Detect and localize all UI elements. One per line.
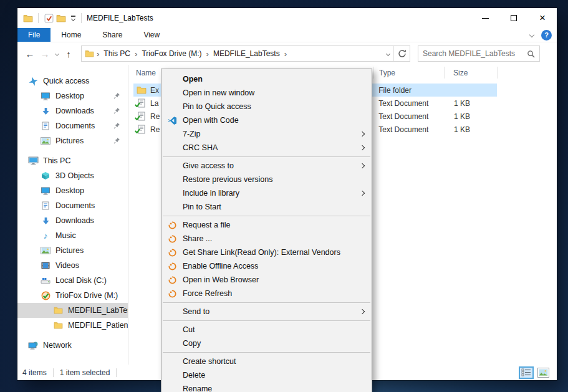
tab-view[interactable]: View [133,28,170,42]
hard-drive-icon [40,277,51,284]
menu-item-pin-to-quick-access[interactable]: Pin to Quick access [161,100,372,113]
refresh-icon[interactable] [398,49,407,58]
menu-item-open-in-web-browser[interactable]: Open in Web Browser [161,273,372,287]
menu-item-open-in-new-window[interactable]: Open in new window [161,86,372,100]
sidebar-item-medfile-patientinfo[interactable]: MEDFILE_PatientInfo [17,318,128,333]
submenu-arrow-icon [360,163,365,168]
menu-item-force-refresh[interactable]: Force Refresh [161,287,372,300]
pictures-icon [40,137,51,145]
address-dropdown-icon[interactable] [386,51,390,55]
submenu-arrow-icon [360,145,365,150]
sidebar-item-documents[interactable]: Documents [17,198,128,213]
breadcrumb-this-pc[interactable]: This PC [100,49,133,58]
menu-item-copy[interactable]: Copy [161,337,372,350]
pin-icon [113,107,120,116]
videos-icon [40,262,51,269]
large-icons-view-button[interactable] [537,368,549,378]
maximize-button[interactable] [499,8,528,28]
menu-item-give-access-to[interactable]: Give access to [161,159,372,173]
menu-item-open-with-code[interactable]: Open with Code [161,113,372,127]
sidebar-item-downloads[interactable]: Downloads [17,213,128,228]
menu-item-pin-to-start[interactable]: Pin to Start [161,200,372,214]
column-header-type[interactable]: Type [374,67,445,79]
sidebar-item-videos[interactable]: Videos [17,258,128,273]
sidebar-item-music[interactable]: ♪ Music [17,228,128,243]
sidebar-item-quick-access[interactable]: Quick access [17,74,128,88]
sidebar-item-triofox-drive[interactable]: TrioFox Drive (M:) [17,288,128,303]
divider [393,46,394,61]
menu-item-share[interactable]: Share ... [161,232,372,246]
file-size: 1 KB [444,99,497,108]
minimize-button[interactable] [471,8,499,28]
address-folder-icon [85,50,94,57]
menu-separator [163,302,370,303]
divider [38,13,39,23]
sidebar-item-desktop-pinned[interactable]: Desktop [17,88,128,103]
forward-button[interactable]: → [37,46,52,61]
new-folder-icon[interactable] [55,12,67,24]
explorer-folder-icon [22,12,34,24]
menu-item-rename[interactable]: Rename [161,382,372,392]
search-box [418,45,540,62]
menu-item-crc-sha[interactable]: CRC SHA [161,141,372,155]
expand-ribbon-icon[interactable] [529,32,534,37]
sidebar-item-this-pc[interactable]: This PC [17,153,128,168]
menu-item-request-a-file[interactable]: Request a file [161,218,372,232]
menu-item-open[interactable]: Open [161,72,372,86]
breadcrumb-separator: › [95,49,100,59]
sidebar-item-network[interactable]: Network [17,338,128,353]
sidebar-item-local-disk-c[interactable]: Local Disk (C:) [17,273,128,288]
pin-icon [113,92,120,101]
file-size: 1 KB [444,125,497,134]
breadcrumb-current-folder[interactable]: MEDFILE_LabTests [210,49,283,58]
file-name: Re [150,125,160,134]
sidebar-item-3d-objects[interactable]: 3D Objects [17,168,128,183]
triofox-icon [161,262,183,270]
documents-icon [40,122,51,130]
sidebar-item-documents-pinned[interactable]: Documents [17,118,128,133]
sidebar-item-pictures-pinned[interactable]: Pictures [17,133,128,148]
tab-share[interactable]: Share [92,28,133,42]
ribbon-tabs: File Home Share View ? [17,28,557,42]
breadcrumb-separator: › [205,49,210,59]
downloads-icon [40,217,51,225]
up-button[interactable]: ↑ [61,46,76,61]
text-document-synced-icon [136,125,147,134]
sidebar-item-medfile-labtests[interactable]: MEDFILE_LabTests [17,303,128,318]
tab-file[interactable]: File [17,28,51,42]
column-header-size[interactable]: Size [445,67,498,79]
help-icon[interactable]: ? [541,30,552,41]
navigation-toolbar: ← → ↑ › This PC › TrioFox Drive (M:) › M… [17,42,557,65]
divider [81,13,82,23]
text-document-synced-icon [136,112,147,121]
tab-home[interactable]: Home [51,28,92,42]
triofox-drive-synced-icon [40,291,51,300]
sidebar-item-pictures[interactable]: Pictures [17,243,128,258]
search-icon[interactable] [527,50,535,58]
menu-item-create-shortcut[interactable]: Create shortcut [161,355,372,368]
menu-item-delete[interactable]: Delete [161,368,372,382]
menu-item-restore-previous-versions[interactable]: Restore previous versions [161,173,372,186]
breadcrumb-triofox-drive[interactable]: TrioFox Drive (M:) [138,49,205,58]
menu-item-7zip[interactable]: 7-Zip [161,127,372,141]
sidebar-item-desktop[interactable]: Desktop [17,183,128,198]
folder-icon [52,307,64,314]
properties-check-icon[interactable] [42,12,55,24]
pictures-icon [40,247,51,254]
menu-item-cut[interactable]: Cut [161,323,372,337]
search-input[interactable] [423,49,527,58]
menu-separator [163,156,370,157]
menu-item-enable-offline-access[interactable]: Enable Offline Access [161,259,372,273]
documents-icon [40,201,51,210]
back-button[interactable]: ← [22,46,37,61]
menu-item-send-to[interactable]: Send to [161,305,372,318]
address-bar[interactable]: › This PC › TrioFox Drive (M:) › MEDFILE… [81,45,410,62]
menu-item-get-share-link[interactable]: Get Share Link(Read Only): External Vend… [161,246,372,259]
menu-item-include-in-library[interactable]: Include in library [161,186,372,200]
close-button[interactable]: × [528,8,557,28]
details-view-button[interactable] [519,366,534,379]
recent-locations-dropdown-icon[interactable] [52,52,61,55]
menu-separator [163,216,370,216]
customize-qat-dropdown-icon[interactable] [69,16,77,21]
sidebar-item-downloads-pinned[interactable]: Downloads [17,103,128,118]
